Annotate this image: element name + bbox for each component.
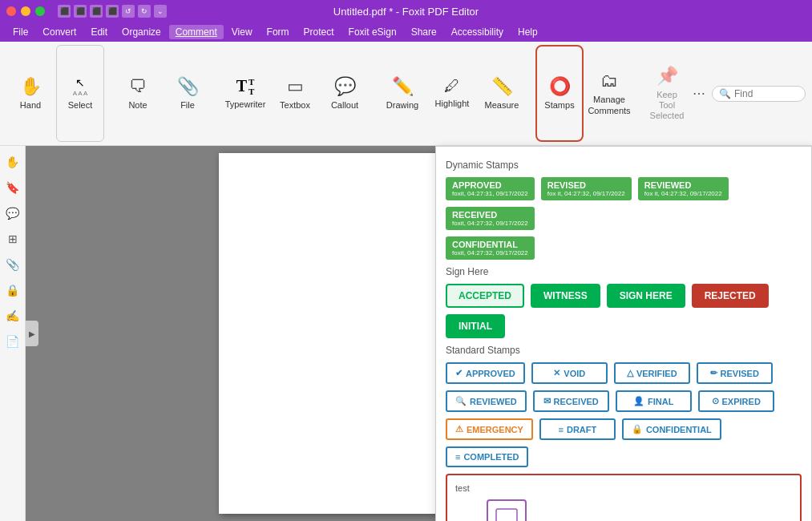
- titlebar-extra-controls: ⬛ ⬛ ⬛ ⬛ ↺ ↻ ⌄: [58, 5, 167, 18]
- drawing-tool-button[interactable]: ✏️ Drawing: [378, 45, 426, 142]
- dynamic-received-stamp[interactable]: RECEIVED foxit, 04:27:32, 09/17/2022: [446, 207, 535, 230]
- sidebar-signature-icon[interactable]: ✍: [3, 306, 22, 325]
- menu-file[interactable]: File: [6, 25, 34, 39]
- maximize-button[interactable]: [35, 6, 45, 16]
- search-box: 🔍: [712, 86, 806, 102]
- titlebar-btn-1[interactable]: ⬛: [58, 5, 71, 18]
- verified-std-stamp[interactable]: △ VERIFIED: [614, 362, 690, 384]
- void-x-icon: ✕: [553, 368, 560, 378]
- search-input[interactable]: [734, 88, 798, 99]
- main-area: ✋ 🔖 💬 ⊞ 📎 🔒 ✍ 📄 ▶ Dynamic Stamps APPROVE…: [0, 146, 812, 521]
- dynamic-confidential-stamp[interactable]: CONFIDENTIAL foxit, 04:27:32, 09/17/2022: [446, 236, 535, 260]
- keep-tool-label: Keep Tool Selected: [649, 90, 685, 122]
- titlebar-btn-5[interactable]: ↺: [122, 5, 135, 18]
- callout-tool-button[interactable]: 💬 Callout: [321, 45, 369, 142]
- sidebar-comment-icon[interactable]: 💬: [3, 204, 22, 223]
- typewriter-tool-button[interactable]: TTT Typewriter: [221, 45, 269, 142]
- titlebar-btn-6[interactable]: ↻: [138, 5, 151, 18]
- textbox-tool-label: Textbox: [280, 100, 310, 111]
- textbox-tool-button[interactable]: ▭ Textbox: [271, 45, 319, 142]
- manage-comments-label: Manage Comments: [588, 95, 630, 115]
- sign-here-row-1: ACCEPTED WITNESS SIGN HERE REJECTED: [446, 284, 802, 308]
- titlebar-btn-7[interactable]: ⌄: [154, 5, 167, 18]
- sidebar-pages-icon[interactable]: 📄: [3, 332, 22, 351]
- drawing-icon: ✏️: [392, 76, 414, 97]
- reviewed-std-stamp[interactable]: 🔍 REVIEWED: [446, 390, 527, 412]
- custom-stamp-preview-area: Type Category name here: [455, 499, 557, 521]
- menu-organize[interactable]: Organize: [115, 25, 168, 39]
- menu-comment[interactable]: Comment: [169, 25, 224, 39]
- dynamic-revised-stamp[interactable]: REVISED fox it, 04:27:32, 09/17/2022: [541, 177, 632, 200]
- callout-tool-label: Callout: [331, 100, 358, 111]
- hand-tool-button[interactable]: ✋ Hand: [6, 45, 55, 142]
- hand-icon: ✋: [20, 76, 42, 97]
- select-tool-button[interactable]: ↖ A A A Select: [56, 45, 104, 142]
- select-icon: ↖ A A A: [73, 76, 88, 97]
- manage-comments-button[interactable]: 🗂 Manage Comments: [585, 45, 633, 142]
- menu-accessibility[interactable]: Accessibility: [445, 25, 510, 39]
- menu-help[interactable]: Help: [511, 25, 544, 39]
- revised-pen-icon: ✏: [710, 368, 717, 378]
- titlebar-btn-2[interactable]: ⬛: [74, 5, 87, 18]
- emergency-std-stamp[interactable]: ⚠ EMERGENCY: [446, 418, 533, 440]
- note-icon: 🗨: [129, 76, 147, 97]
- custom-section-content: Type Category name here: [455, 499, 792, 521]
- menu-form[interactable]: Form: [261, 25, 296, 39]
- titlebar-btn-4[interactable]: ⬛: [106, 5, 119, 18]
- expired-std-stamp[interactable]: ⊙ EXPIRED: [698, 390, 774, 412]
- initial-stamp[interactable]: INITIAL: [446, 314, 505, 338]
- completed-std-stamp[interactable]: ≡ COMPLETED: [446, 446, 528, 467]
- sign-here-title: Sign Here: [446, 266, 802, 277]
- close-button[interactable]: [6, 6, 16, 16]
- sign-here-stamp[interactable]: SIGN HERE: [607, 284, 685, 308]
- hand-tool-label: Hand: [20, 100, 41, 111]
- menu-edit[interactable]: Edit: [84, 25, 114, 39]
- file-tool-button[interactable]: 📎 File: [164, 45, 212, 142]
- sign-here-row-2: INITIAL: [446, 314, 802, 338]
- sidebar-layers-icon[interactable]: ⊞: [3, 229, 22, 248]
- accepted-stamp[interactable]: ACCEPTED: [446, 284, 524, 308]
- titlebar-btn-3[interactable]: ⬛: [90, 5, 103, 18]
- stamps-tool-button[interactable]: ⭕ Stamps: [535, 45, 584, 142]
- sidebar-attachment-icon[interactable]: 📎: [3, 255, 22, 274]
- menu-convert[interactable]: Convert: [36, 25, 83, 39]
- sidebar-hand-icon[interactable]: ✋: [3, 152, 22, 172]
- stamps-tool-label: Stamps: [544, 100, 574, 111]
- revised-std-stamp[interactable]: ✏ REVISED: [697, 362, 773, 384]
- measure-icon: 📏: [491, 76, 513, 97]
- collapse-arrow[interactable]: ▶: [26, 321, 38, 346]
- received-std-stamp[interactable]: ✉ RECEIVED: [533, 390, 609, 412]
- more-tools-icon[interactable]: ⋯: [693, 86, 705, 101]
- note-tool-button[interactable]: 🗨 Note: [114, 45, 162, 142]
- svg-rect-0: [496, 509, 517, 521]
- sidebar-bookmark-icon[interactable]: 🔖: [3, 178, 22, 197]
- confidential-std-stamp[interactable]: 🔒 CONFIDENTIAL: [622, 418, 721, 440]
- dynamic-reviewed-stamp[interactable]: REVIEWED fox it, 04:27:32, 09/17/2022: [638, 177, 729, 200]
- select-tool-label: Select: [68, 100, 93, 111]
- void-std-stamp[interactable]: ✕ VOID: [531, 362, 608, 384]
- dynamic-approved-stamp[interactable]: APPROVED foxit, 04:27:31, 09/17/2022: [446, 177, 535, 200]
- expired-clock-icon: ⊙: [712, 396, 719, 406]
- approved-std-stamp[interactable]: ✔ APPROVED: [446, 362, 525, 384]
- window-title: Untitled.pdf * - Foxit PDF Editor: [333, 6, 479, 18]
- highlight-tool-button[interactable]: 🖊 Highlight: [428, 45, 476, 142]
- menu-view[interactable]: View: [225, 25, 259, 39]
- custom-input-area: [567, 499, 679, 521]
- reviewed-search-icon: 🔍: [455, 396, 467, 406]
- final-std-stamp[interactable]: 👤 FINAL: [616, 390, 692, 412]
- menu-foxit-esign[interactable]: Foxit eSign: [342, 25, 403, 39]
- drawing-tool-label: Drawing: [386, 100, 418, 111]
- draft-std-stamp[interactable]: ≡ DRAFT: [539, 418, 616, 440]
- minimize-button[interactable]: [21, 6, 30, 16]
- rejected-stamp[interactable]: REJECTED: [692, 284, 769, 308]
- menu-share[interactable]: Share: [405, 25, 443, 39]
- sidebar-security-icon[interactable]: 🔒: [3, 281, 22, 300]
- completed-lines-icon: ≡: [455, 452, 460, 462]
- final-person-icon: 👤: [633, 396, 644, 406]
- standard-stamps-title: Standard Stamps: [446, 345, 802, 356]
- measure-tool-button[interactable]: 📏 Measure: [478, 45, 526, 142]
- keep-tool-button[interactable]: 📌 Keep Tool Selected: [643, 45, 691, 142]
- callout-icon: 💬: [334, 76, 356, 97]
- witness-stamp[interactable]: WITNESS: [531, 284, 600, 308]
- menu-protect[interactable]: Protect: [297, 25, 341, 39]
